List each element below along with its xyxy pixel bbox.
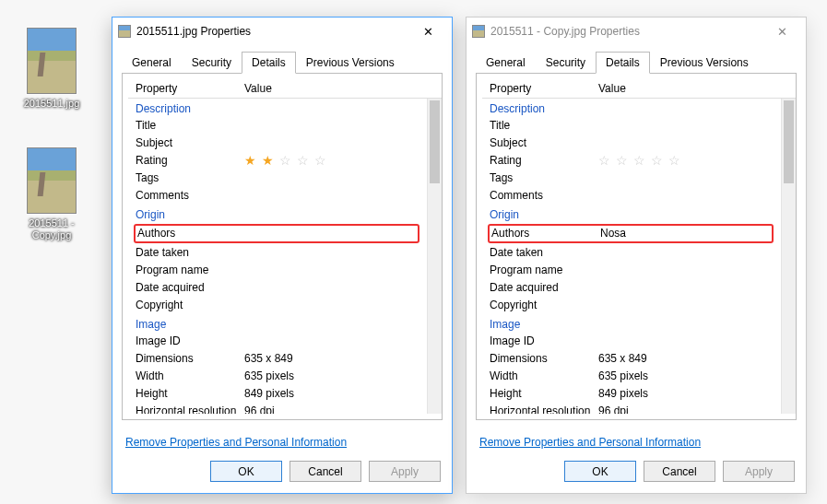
header-value[interactable]: Value (598, 82, 796, 95)
highlight-authors: AuthorsNosa (488, 224, 774, 243)
close-icon[interactable]: ✕ (409, 18, 446, 44)
header-property[interactable]: Property (136, 82, 244, 95)
row-comments[interactable]: Comments (482, 187, 779, 205)
row-image-id[interactable]: Image ID (482, 333, 779, 350)
row-tags[interactable]: Tags (128, 170, 425, 187)
row-program-name[interactable]: Program name (482, 262, 779, 279)
rating-stars[interactable]: ☆ ☆ ☆ ☆ ☆ (598, 153, 772, 169)
row-comments[interactable]: Comments (128, 187, 425, 205)
scrollbar-thumb[interactable] (430, 100, 440, 183)
rating-stars[interactable]: ★ ★ ☆ ☆ ☆ (244, 153, 418, 169)
property-list: Description Title Subject Rating★ ★ ☆ ☆ … (128, 99, 442, 414)
tab-details[interactable]: Details (596, 52, 650, 74)
row-subject[interactable]: Subject (482, 135, 779, 152)
row-title[interactable]: Title (482, 117, 779, 135)
row-date-taken[interactable]: Date taken (482, 244, 779, 262)
row-authors[interactable]: Authors (137, 226, 416, 241)
tab-previous-versions[interactable]: Previous Versions (650, 52, 759, 74)
row-program-name[interactable]: Program name (128, 262, 425, 279)
close-icon[interactable]: ✕ (763, 18, 800, 44)
properties-dialog: 2015511.jpg Properties ✕ General Securit… (112, 17, 453, 494)
file-label: 2015511.jpg (15, 98, 89, 110)
remove-properties-link[interactable]: Remove Properties and Personal Informati… (125, 436, 347, 449)
property-list: Description Title Subject Rating☆ ☆ ☆ ☆ … (482, 99, 796, 414)
file-label: 2015511 - Copy.jpg (15, 217, 89, 241)
vertical-scrollbar[interactable] (427, 99, 442, 414)
row-copyright[interactable]: Copyright (128, 297, 425, 314)
row-authors[interactable]: AuthorsNosa (491, 226, 770, 241)
header-property[interactable]: Property (490, 82, 598, 95)
apply-button[interactable]: Apply (723, 461, 795, 482)
tab-strip: General Security Details Previous Versio… (112, 45, 452, 73)
row-hres[interactable]: Horizontal resolution96 dpi (482, 403, 779, 414)
row-tags[interactable]: Tags (482, 170, 779, 187)
tab-previous-versions[interactable]: Previous Versions (296, 52, 405, 74)
row-copyright[interactable]: Copyright (482, 297, 779, 314)
file-icon (472, 25, 485, 38)
properties-dialog: 2015511 - Copy.jpg Properties ✕ General … (466, 17, 807, 494)
row-date-acquired[interactable]: Date acquired (128, 279, 425, 297)
section-origin: Origin (482, 205, 779, 223)
thumbnail-icon (27, 28, 77, 94)
window-title: 2015511 - Copy.jpg Properties (490, 25, 763, 38)
file-icon (118, 25, 131, 38)
column-headers: Property Value (128, 79, 442, 99)
ok-button[interactable]: OK (564, 461, 636, 482)
remove-properties-link[interactable]: Remove Properties and Personal Informati… (479, 436, 701, 449)
scrollbar-thumb[interactable] (784, 100, 794, 183)
row-image-id[interactable]: Image ID (128, 333, 425, 350)
row-date-acquired[interactable]: Date acquired (482, 279, 779, 297)
details-panel: Property Value Description Title Subject… (476, 73, 797, 420)
row-rating[interactable]: Rating☆ ☆ ☆ ☆ ☆ (482, 152, 779, 170)
column-headers: Property Value (482, 79, 796, 99)
tab-strip: General Security Details Previous Versio… (467, 45, 806, 73)
section-image: Image (128, 314, 425, 333)
row-subject[interactable]: Subject (128, 135, 425, 152)
row-dimensions[interactable]: Dimensions635 x 849 (482, 350, 779, 368)
row-date-taken[interactable]: Date taken (128, 244, 425, 262)
details-panel: Property Value Description Title Subject… (122, 73, 443, 420)
apply-button[interactable]: Apply (369, 461, 441, 482)
thumbnail-icon (27, 147, 77, 214)
section-image: Image (482, 314, 779, 333)
cancel-button[interactable]: Cancel (644, 461, 715, 482)
highlight-authors: Authors (134, 224, 419, 243)
header-value[interactable]: Value (244, 82, 442, 95)
row-rating[interactable]: Rating★ ★ ☆ ☆ ☆ (128, 152, 425, 170)
tab-security[interactable]: Security (536, 52, 596, 74)
titlebar[interactable]: 2015511 - Copy.jpg Properties ✕ (467, 18, 806, 45)
section-description: Description (482, 99, 779, 117)
tab-general[interactable]: General (122, 52, 182, 74)
vertical-scrollbar[interactable] (781, 99, 796, 414)
tab-general[interactable]: General (476, 52, 536, 74)
row-title[interactable]: Title (128, 117, 425, 135)
cancel-button[interactable]: Cancel (289, 461, 361, 482)
tab-details[interactable]: Details (242, 52, 296, 74)
row-hres[interactable]: Horizontal resolution96 dpi (128, 403, 425, 414)
section-origin: Origin (128, 205, 425, 223)
window-title: 2015511.jpg Properties (136, 25, 409, 38)
section-description: Description (128, 99, 425, 117)
row-height[interactable]: Height849 pixels (128, 385, 425, 403)
row-width[interactable]: Width635 pixels (128, 368, 425, 385)
titlebar[interactable]: 2015511.jpg Properties ✕ (112, 18, 452, 45)
row-width[interactable]: Width635 pixels (482, 368, 779, 385)
ok-button[interactable]: OK (210, 461, 282, 482)
tab-security[interactable]: Security (182, 52, 242, 74)
row-height[interactable]: Height849 pixels (482, 385, 779, 403)
desktop-file-icon[interactable]: 2015511.jpg (15, 28, 89, 110)
row-dimensions[interactable]: Dimensions635 x 849 (128, 350, 425, 368)
desktop-file-icon[interactable]: 2015511 - Copy.jpg (15, 147, 89, 241)
